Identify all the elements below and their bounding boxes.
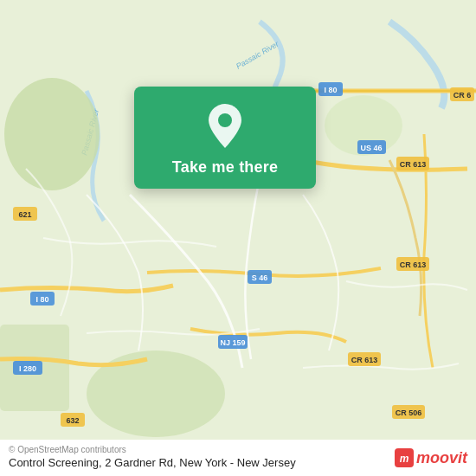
svg-text:I 280: I 280 (19, 364, 36, 373)
take-me-there-button[interactable]: Take me there (172, 158, 278, 177)
svg-text:US 46: US 46 (360, 144, 382, 152)
svg-text:621: 621 (18, 210, 31, 219)
svg-text:632: 632 (66, 416, 79, 425)
map-svg: Passaic River Passaic River (0, 0, 476, 476)
location-title: Control Screening, 2 Gardner Rd, New Yor… (9, 456, 296, 469)
svg-text:I 80: I 80 (35, 295, 48, 304)
moovit-text: moovit (416, 449, 467, 467)
svg-text:CR 506: CR 506 (396, 408, 422, 417)
location-pin-icon (204, 102, 246, 150)
moovit-icon: m (395, 448, 414, 467)
svg-text:CR 613: CR 613 (400, 261, 427, 269)
svg-text:CR 613: CR 613 (400, 160, 427, 169)
svg-point-35 (218, 113, 232, 127)
bottom-bar: © OpenStreetMap contributors Control Scr… (0, 440, 476, 476)
svg-text:CR 6: CR 6 (453, 91, 472, 100)
location-card: Take me there (134, 87, 316, 189)
moovit-logo: m moovit (395, 448, 467, 467)
map-container: Passaic River Passaic River (0, 0, 476, 476)
svg-text:S 46: S 46 (252, 273, 268, 282)
svg-text:NJ 159: NJ 159 (220, 338, 245, 347)
svg-text:CR 613: CR 613 (351, 356, 378, 364)
svg-point-3 (4, 78, 100, 190)
svg-text:I 80: I 80 (324, 86, 337, 94)
svg-text:m: m (400, 453, 409, 465)
